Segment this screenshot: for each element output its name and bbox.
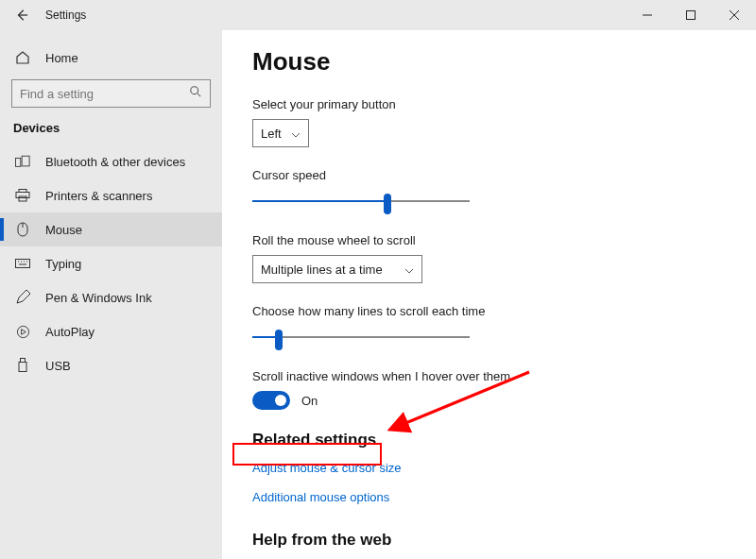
sidebar-item-label: USB — [45, 359, 71, 373]
roll-wheel-select[interactable]: Multiple lines at a time — [252, 255, 422, 283]
devices-icon — [13, 155, 32, 168]
roll-wheel-value: Multiple lines at a time — [261, 263, 395, 277]
svg-point-9 — [17, 326, 28, 337]
chevron-down-icon — [404, 263, 414, 277]
sidebar: Home Devices Bluetooth & other devices P… — [0, 30, 222, 559]
primary-button-label: Select your primary button — [252, 97, 726, 111]
lines-scroll-label: Choose how many lines to scroll each tim… — [252, 304, 726, 318]
sidebar-item-label: Bluetooth & other devices — [45, 155, 185, 169]
roll-wheel-label: Roll the mouse wheel to scroll — [252, 233, 726, 247]
home-label: Home — [45, 51, 78, 65]
home-icon — [13, 50, 32, 65]
usb-icon — [13, 358, 32, 373]
autoplay-icon — [13, 325, 32, 339]
sidebar-item-mouse[interactable]: Mouse — [0, 212, 222, 246]
svg-rect-10 — [21, 359, 26, 363]
sidebar-item-label: Mouse — [45, 223, 82, 237]
svg-point-1 — [191, 87, 198, 94]
window-title: Settings — [45, 8, 86, 22]
sidebar-item-usb[interactable]: USB — [0, 348, 222, 382]
svg-rect-6 — [19, 196, 26, 201]
scroll-inactive-state: On — [301, 394, 318, 408]
close-button[interactable] — [713, 0, 756, 30]
window-controls — [626, 0, 756, 30]
sidebar-item-pen[interactable]: Pen & Windows Ink — [0, 280, 222, 314]
main-panel: Mouse Select your primary button Left Cu… — [222, 30, 756, 559]
cursor-speed-label: Cursor speed — [252, 168, 726, 182]
slider-thumb[interactable] — [275, 330, 283, 350]
sidebar-category-header: Devices — [0, 121, 222, 144]
back-arrow-icon — [15, 8, 28, 22]
primary-button-select[interactable]: Left — [252, 119, 309, 147]
scroll-inactive-toggle[interactable] — [252, 391, 290, 410]
search-box[interactable] — [11, 79, 211, 108]
search-input[interactable] — [20, 87, 189, 101]
sidebar-item-label: AutoPlay — [45, 325, 94, 339]
maximize-button[interactable] — [669, 0, 713, 30]
sidebar-item-typing[interactable]: Typing — [0, 246, 222, 280]
sidebar-item-label: Printers & scanners — [45, 189, 152, 203]
slider-thumb[interactable] — [384, 194, 391, 214]
svg-rect-5 — [16, 193, 29, 198]
lines-scroll-slider[interactable] — [252, 326, 470, 348]
sidebar-item-label: Typing — [45, 257, 81, 271]
cursor-speed-slider[interactable] — [252, 190, 470, 212]
back-button[interactable] — [11, 5, 32, 25]
printer-icon — [13, 189, 32, 202]
svg-rect-3 — [22, 156, 29, 166]
sidebar-item-printers[interactable]: Printers & scanners — [0, 178, 222, 212]
pen-icon — [13, 290, 32, 305]
titlebar: Settings — [0, 0, 756, 30]
related-settings-header: Related settings — [252, 431, 726, 449]
svg-rect-2 — [15, 158, 20, 166]
home-link[interactable]: Home — [0, 42, 222, 74]
link-adjust-cursor-size[interactable]: Adjust mouse & cursor size — [252, 461, 402, 475]
primary-button-value: Left — [261, 127, 282, 141]
minimize-button[interactable] — [626, 0, 669, 30]
search-icon — [189, 85, 202, 102]
toggle-knob — [275, 395, 286, 406]
scroll-inactive-label: Scroll inactive windows when I hover ove… — [252, 369, 726, 383]
help-web-header: Help from the web — [252, 531, 726, 550]
sidebar-item-bluetooth[interactable]: Bluetooth & other devices — [0, 144, 222, 178]
svg-rect-8 — [16, 260, 30, 268]
link-additional-mouse-options[interactable]: Additional mouse options — [252, 490, 389, 504]
slider-track — [252, 336, 470, 338]
page-title: Mouse — [252, 47, 726, 76]
chevron-down-icon — [291, 127, 301, 141]
sidebar-item-autoplay[interactable]: AutoPlay — [0, 314, 222, 348]
svg-rect-11 — [19, 363, 26, 372]
svg-rect-0 — [687, 11, 696, 20]
mouse-icon — [13, 222, 32, 237]
slider-fill — [252, 200, 387, 202]
sidebar-item-label: Pen & Windows Ink — [45, 291, 152, 305]
keyboard-icon — [13, 258, 32, 269]
